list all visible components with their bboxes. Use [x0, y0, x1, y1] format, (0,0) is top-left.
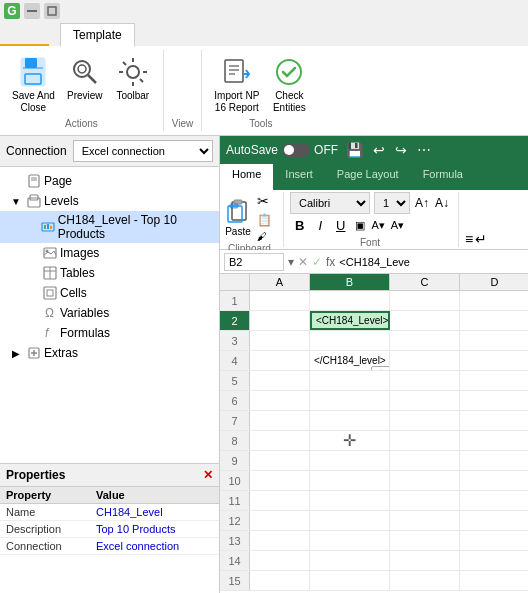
cell-c4[interactable]	[390, 351, 460, 370]
cell-b5[interactable]	[310, 371, 390, 390]
cell-a2[interactable]	[250, 311, 310, 330]
cell-c1[interactable]	[390, 291, 460, 310]
excel-tab-home[interactable]: Home	[220, 164, 273, 190]
cell-a10[interactable]	[250, 471, 310, 490]
fill-color-button[interactable]: A▾	[370, 218, 385, 233]
cell-b1[interactable]	[310, 291, 390, 310]
font-size-dropdown[interactable]: 11	[374, 192, 410, 214]
font-name-dropdown[interactable]: Calibri	[290, 192, 370, 214]
excel-tab-insert[interactable]: Insert	[273, 164, 325, 190]
copy-icon[interactable]: 📋	[254, 212, 275, 228]
cell-c13[interactable]	[390, 531, 460, 550]
cell-b12[interactable]	[310, 511, 390, 530]
cell-b13[interactable]	[310, 531, 390, 550]
toolbar-button[interactable]: Toolbar	[111, 54, 155, 104]
excel-tab-pagelayout[interactable]: Page Layout	[325, 164, 411, 190]
function-icon[interactable]: fx	[326, 255, 335, 269]
tree-item-formulas[interactable]: f Formulas	[0, 323, 219, 343]
cell-c3[interactable]	[390, 331, 460, 350]
tree-item-variables[interactable]: Ω Variables	[0, 303, 219, 323]
italic-button[interactable]: I	[313, 216, 327, 235]
properties-close-button[interactable]: ✕	[203, 468, 213, 482]
cell-b11[interactable]	[310, 491, 390, 510]
cell-d5[interactable]	[460, 371, 528, 390]
cell-a3[interactable]	[250, 331, 310, 350]
cell-b2[interactable]: <CH184_Level>	[310, 311, 390, 330]
cell-d4[interactable]	[460, 351, 528, 370]
cell-d7[interactable]	[460, 411, 528, 430]
maximize-btn[interactable]	[44, 3, 60, 19]
cell-c5[interactable]	[390, 371, 460, 390]
paste-button[interactable]: Paste	[224, 198, 252, 237]
paste-smart-icon[interactable]: 📋	[371, 366, 390, 370]
cell-a8[interactable]	[250, 431, 310, 450]
cell-a5[interactable]	[250, 371, 310, 390]
cell-b8[interactable]: ✛	[310, 431, 390, 450]
cell-a13[interactable]	[250, 531, 310, 550]
underline-button[interactable]: U	[331, 216, 350, 235]
cell-d10[interactable]	[460, 471, 528, 490]
save-close-button[interactable]: Save And Close	[8, 54, 59, 116]
format-painter-icon[interactable]: 🖌	[254, 230, 275, 243]
cell-a4[interactable]	[250, 351, 310, 370]
col-header-c[interactable]: C	[390, 274, 460, 290]
levels-expander[interactable]: ▼	[8, 193, 24, 209]
cell-a9[interactable]	[250, 451, 310, 470]
minimize-btn[interactable]	[24, 3, 40, 19]
cell-d6[interactable]	[460, 391, 528, 410]
cell-c15[interactable]	[390, 571, 460, 590]
wrap-text-icon[interactable]: ↵	[475, 231, 487, 247]
cell-a12[interactable]	[250, 511, 310, 530]
cell-d1[interactable]	[460, 291, 528, 310]
col-header-d[interactable]: D	[460, 274, 528, 290]
check-entities-button[interactable]: Check Entities	[267, 54, 311, 116]
cell-b10[interactable]	[310, 471, 390, 490]
cell-a7[interactable]	[250, 411, 310, 430]
cell-d3[interactable]	[460, 331, 528, 350]
tree-item-page[interactable]: Page	[0, 171, 219, 191]
formula-confirm-icon[interactable]: ✓	[312, 255, 322, 269]
cell-b15[interactable]	[310, 571, 390, 590]
col-header-b[interactable]: B	[310, 274, 390, 290]
tree-item-tables[interactable]: Tables	[0, 263, 219, 283]
border-button[interactable]: ▣	[354, 218, 366, 233]
cell-c6[interactable]	[390, 391, 460, 410]
cell-a14[interactable]	[250, 551, 310, 570]
cell-c9[interactable]	[390, 451, 460, 470]
cell-a6[interactable]	[250, 391, 310, 410]
cell-d11[interactable]	[460, 491, 528, 510]
cell-d9[interactable]	[460, 451, 528, 470]
tree-item-extras[interactable]: ▶ Extras	[0, 343, 219, 363]
excel-undo-icon[interactable]: ↩	[371, 140, 387, 160]
col-header-a[interactable]: A	[250, 274, 310, 290]
cell-a11[interactable]	[250, 491, 310, 510]
tree-item-images[interactable]: Images	[0, 243, 219, 263]
connection-dropdown[interactable]: Excel connection	[73, 140, 213, 162]
cell-b7[interactable]	[310, 411, 390, 430]
excel-more-icon[interactable]: ⋯	[415, 140, 433, 160]
formula-cancel-icon[interactable]: ✕	[298, 255, 308, 269]
cut-icon[interactable]: ✂	[254, 192, 275, 210]
expand-formula-icon[interactable]: ▾	[288, 255, 294, 269]
template-tab[interactable]: Template	[60, 23, 135, 47]
cell-c7[interactable]	[390, 411, 460, 430]
cell-c11[interactable]	[390, 491, 460, 510]
tree-item-ch184[interactable]: CH184_Level - Top 10 Products	[0, 211, 219, 243]
excel-tab-formula[interactable]: Formula	[411, 164, 475, 190]
cell-b6[interactable]	[310, 391, 390, 410]
cell-b4[interactable]: </CH184_level> 📋	[310, 351, 390, 370]
formula-input[interactable]	[339, 256, 524, 268]
cell-c2[interactable]	[390, 311, 460, 330]
cell-d8[interactable]	[460, 431, 528, 450]
extras-expander[interactable]: ▶	[8, 345, 24, 361]
cell-d2[interactable]	[460, 311, 528, 330]
cell-b3[interactable]	[310, 331, 390, 350]
tree-item-cells[interactable]: Cells	[0, 283, 219, 303]
cell-d14[interactable]	[460, 551, 528, 570]
excel-save-icon[interactable]: 💾	[344, 140, 365, 160]
cell-d13[interactable]	[460, 531, 528, 550]
cell-a15[interactable]	[250, 571, 310, 590]
autosave-toggle[interactable]	[282, 143, 310, 157]
increase-font-icon[interactable]: A↑	[414, 195, 430, 211]
cell-c12[interactable]	[390, 511, 460, 530]
